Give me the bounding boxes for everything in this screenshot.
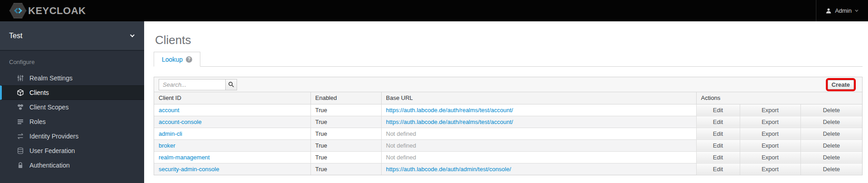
- exchange-arrows-icon: [16, 133, 24, 140]
- client-id-link[interactable]: realm-management: [159, 154, 210, 161]
- sidebar-item-label: Clients: [29, 89, 49, 96]
- lock-icon: [16, 162, 24, 169]
- base-url-link[interactable]: https://auth.labcode.de/auth/realms/test…: [386, 107, 513, 114]
- delete-button[interactable]: Delete: [800, 139, 862, 151]
- column-header-client-id: Client ID: [154, 92, 310, 104]
- realm-selector[interactable]: Test: [0, 21, 144, 51]
- sidebar-item-label: Identity Providers: [29, 133, 78, 140]
- sidebar-item-identity-providers[interactable]: Identity Providers: [0, 129, 144, 143]
- user-menu-label: Admin: [835, 7, 852, 14]
- sidebar-item-label: User Federation: [29, 147, 75, 154]
- edit-button[interactable]: Edit: [696, 128, 740, 139]
- delete-button[interactable]: Delete: [800, 151, 862, 163]
- main-content: Clients Lookup ? Create: [144, 21, 868, 183]
- edit-button[interactable]: Edit: [696, 116, 740, 128]
- enabled-value: True: [310, 128, 381, 139]
- search-input[interactable]: [159, 79, 226, 90]
- enabled-value: True: [310, 139, 381, 151]
- edit-button[interactable]: Edit: [696, 104, 740, 116]
- table-toolbar: Create: [154, 77, 862, 92]
- search-group: [159, 79, 237, 90]
- client-id-link[interactable]: security-admin-console: [159, 166, 219, 173]
- question-circle-icon[interactable]: ?: [186, 56, 192, 63]
- table-row: admin-cli True Not defined Edit Export D…: [154, 128, 862, 139]
- top-bar: KEYCLOAK Admin: [0, 0, 868, 21]
- base-url-link[interactable]: https://auth.labcode.de/auth/realms/test…: [386, 119, 513, 125]
- sliders-icon: [16, 74, 24, 82]
- realm-name: Test: [9, 32, 22, 40]
- chevron-down-icon: [855, 9, 858, 12]
- sidebar-item-clients[interactable]: Clients: [0, 85, 144, 100]
- tab-lookup-label: Lookup: [162, 56, 183, 63]
- export-button[interactable]: Export: [740, 139, 800, 151]
- magnifier-icon: [228, 81, 234, 88]
- table-header-row: Client ID Enabled Base URL Actions: [154, 92, 862, 104]
- sidebar-item-realm-settings[interactable]: Realm Settings: [0, 71, 144, 85]
- sidebar-item-authentication[interactable]: Authentication: [0, 158, 144, 173]
- table-row: account-console True https://auth.labcod…: [154, 116, 862, 128]
- brand-title: KEYCLOAK: [28, 5, 86, 17]
- client-id-link[interactable]: account: [159, 107, 179, 114]
- sidebar-item-user-federation[interactable]: User Federation: [0, 143, 144, 158]
- sidebar-item-label: Authentication: [29, 162, 70, 169]
- column-header-base-url: Base URL: [381, 92, 696, 104]
- base-url-not-defined: Not defined: [386, 130, 417, 137]
- sidebar-item-label: Roles: [29, 118, 46, 125]
- database-icon: [16, 147, 24, 154]
- column-header-enabled: Enabled: [310, 92, 381, 104]
- client-id-link[interactable]: broker: [159, 142, 175, 149]
- sidebar-item-label: Client Scopes: [29, 104, 68, 111]
- export-button[interactable]: Export: [740, 128, 800, 139]
- export-button[interactable]: Export: [740, 151, 800, 163]
- table-row: realm-management True Not defined Edit E…: [154, 151, 862, 163]
- delete-button[interactable]: Delete: [800, 163, 862, 175]
- client-id-link[interactable]: account-console: [159, 119, 202, 125]
- create-button[interactable]: Create: [828, 80, 854, 89]
- tab-lookup[interactable]: Lookup ?: [154, 52, 200, 67]
- delete-button[interactable]: Delete: [800, 116, 862, 128]
- export-button[interactable]: Export: [740, 116, 800, 128]
- base-url-not-defined: Not defined: [386, 142, 417, 149]
- delete-button[interactable]: Delete: [800, 128, 862, 139]
- keycloak-logo: KEYCLOAK: [9, 3, 86, 19]
- table-row: security-admin-console True https://auth…: [154, 163, 862, 175]
- keycloak-hexagon-icon: [9, 3, 27, 19]
- edit-button[interactable]: Edit: [696, 163, 740, 175]
- sidebar: Test Configure Realm Settings Clients: [0, 21, 144, 183]
- client-id-link[interactable]: admin-cli: [159, 130, 182, 137]
- cubes-icon: [16, 104, 24, 111]
- column-header-actions: Actions: [696, 92, 862, 104]
- sidebar-item-client-scopes[interactable]: Client Scopes: [0, 100, 144, 114]
- sidebar-nav: Realm Settings Clients Client Scopes: [0, 71, 144, 173]
- delete-button[interactable]: Delete: [800, 104, 862, 116]
- chevron-down-icon: [130, 33, 135, 37]
- export-button[interactable]: Export: [740, 163, 800, 175]
- cube-icon: [16, 89, 24, 96]
- clients-table: Client ID Enabled Base URL Actions accou…: [154, 92, 862, 175]
- enabled-value: True: [310, 104, 381, 116]
- table-row: broker True Not defined Edit Export Dele…: [154, 139, 862, 151]
- table-row: account True https://auth.labcode.de/aut…: [154, 104, 862, 116]
- list-icon: [16, 118, 24, 125]
- search-button[interactable]: [225, 79, 237, 90]
- sidebar-item-label: Realm Settings: [29, 74, 73, 82]
- enabled-value: True: [310, 163, 381, 175]
- enabled-value: True: [310, 151, 381, 163]
- export-button[interactable]: Export: [740, 104, 800, 116]
- edit-button[interactable]: Edit: [696, 139, 740, 151]
- enabled-value: True: [310, 116, 381, 128]
- user-menu[interactable]: Admin: [816, 0, 868, 21]
- page-title: Clients: [155, 33, 868, 47]
- user-icon: [825, 8, 832, 14]
- tab-strip: Lookup ?: [154, 52, 863, 67]
- base-url-not-defined: Not defined: [386, 154, 417, 161]
- base-url-link[interactable]: https://auth.labcode.de/auth/admin/test/…: [386, 166, 511, 173]
- clients-table-panel: Create Client ID Enabled Base URL Action…: [154, 77, 863, 175]
- edit-button[interactable]: Edit: [696, 151, 740, 163]
- sidebar-section-label: Configure: [9, 59, 144, 65]
- sidebar-item-roles[interactable]: Roles: [0, 114, 144, 129]
